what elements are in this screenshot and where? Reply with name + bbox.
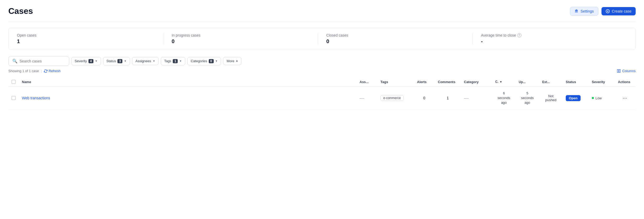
th-created[interactable]: C. ▼ [492, 77, 516, 87]
in-progress-label: In progress cases [172, 33, 309, 37]
assignees-filter[interactable]: Assignees ▼ [132, 57, 159, 65]
stats-card: Open cases 1 In progress cases 0 Closed … [8, 28, 636, 50]
showing-count: Showing 1 of 1 case [8, 69, 39, 73]
severity-label: Severity [75, 59, 87, 63]
in-progress-stat: In progress cases 0 [163, 33, 318, 44]
th-category: Category [461, 77, 492, 87]
table-header: Name Ass... Tags Alerts Comments Categor… [8, 77, 636, 87]
row-comments-cell: 1 [435, 87, 461, 110]
row-status-badge: Open [566, 95, 581, 101]
th-status: Status [563, 77, 589, 87]
severity-filter[interactable]: Severity 4 ▼ [71, 57, 101, 65]
search-icon: 🔍 [12, 59, 17, 64]
row-category-cell: — [461, 87, 492, 110]
severity-dot-icon [592, 97, 594, 99]
plus-circle-icon [606, 9, 610, 13]
toolbar-row: Showing 1 of 1 case | Refresh Columns [8, 69, 636, 73]
row-tag-badge[interactable]: e-commerce [380, 95, 404, 101]
svg-rect-6 [617, 70, 618, 72]
categories-badge: 0 [209, 59, 214, 63]
search-box[interactable]: 🔍 [8, 56, 69, 66]
row-category-value: — [464, 95, 469, 101]
tags-chevron-icon: ▼ [179, 60, 182, 62]
in-progress-value: 0 [172, 38, 309, 44]
categories-chevron-icon: ▼ [215, 60, 218, 62]
avg-time-label: Average time to close [481, 33, 516, 37]
row-comments-value: 1 [447, 96, 449, 100]
tags-filter[interactable]: Tags 1 ▼ [161, 57, 185, 65]
row-created-cell: 6secondsago [492, 87, 516, 110]
svg-rect-7 [619, 70, 620, 72]
row-checkbox-cell [8, 87, 19, 110]
th-updated: Up... [516, 77, 539, 87]
open-cases-value: 1 [17, 38, 155, 44]
open-cases-label: Open cases [17, 33, 155, 37]
categories-label: Categories [191, 59, 207, 63]
refresh-button[interactable]: Refresh [44, 69, 61, 73]
create-case-label: Create case [612, 9, 631, 13]
refresh-icon [44, 69, 47, 73]
case-name-link[interactable]: Web transactions [22, 96, 50, 100]
assignees-chevron-icon: ▼ [153, 60, 155, 62]
avg-time-label-row: Average time to close ? [481, 33, 619, 37]
row-external-value: Notpushed [542, 94, 559, 102]
search-input[interactable] [20, 59, 65, 63]
create-case-button[interactable]: Create case [601, 7, 636, 15]
more-label: More [226, 59, 234, 63]
row-updated-cell: 5secondsago [516, 87, 539, 110]
refresh-label: Refresh [49, 69, 61, 73]
closed-label: Closed cases [326, 33, 464, 37]
sort-created-icon: ▼ [499, 80, 502, 83]
row-tags-cell: e-commerce [377, 87, 414, 110]
row-checkbox[interactable] [11, 96, 16, 100]
cases-table: Name Ass... Tags Alerts Comments Categor… [8, 77, 636, 110]
row-assignees-cell: — [356, 87, 377, 110]
th-tags: Tags [377, 77, 414, 87]
severity-badge: 4 [88, 59, 93, 63]
status-chevron-icon: ▼ [124, 60, 127, 62]
settings-label: Settings [581, 9, 594, 13]
more-filter-button[interactable]: More + [223, 57, 241, 65]
columns-button[interactable]: Columns [617, 69, 636, 73]
row-actions-cell: ⋯ [615, 87, 636, 110]
open-cases-stat: Open cases 1 [17, 33, 163, 44]
page-title: Cases [8, 6, 33, 16]
status-badge: 3 [117, 59, 122, 63]
avg-time-value: - [481, 38, 619, 44]
status-filter[interactable]: Status 3 ▼ [103, 57, 130, 65]
tags-label: Tags [164, 59, 171, 63]
row-severity-value: Low [592, 96, 612, 100]
settings-icon [574, 9, 579, 13]
row-updated-value: 5secondsago [519, 91, 536, 105]
settings-button[interactable]: Settings [570, 7, 598, 16]
th-actions: Actions [615, 77, 636, 87]
row-external-cell: Notpushed [539, 87, 563, 110]
th-external: Ext... [539, 77, 563, 87]
info-icon: ? [517, 33, 521, 37]
row-alerts-cell: 0 [414, 87, 435, 110]
plus-icon: + [236, 59, 238, 63]
th-assignees: Ass... [356, 77, 377, 87]
columns-icon [617, 69, 621, 73]
page-header: Cases Settings Create case [8, 6, 636, 21]
row-severity-cell: Low [589, 87, 615, 110]
header-actions: Settings Create case [570, 7, 636, 16]
th-severity: Severity [589, 77, 615, 87]
select-all-checkbox[interactable] [11, 80, 16, 84]
closed-cases-stat: Closed cases 0 [318, 33, 473, 44]
row-actions-menu-icon[interactable]: ⋯ [623, 95, 628, 101]
row-name-cell: Web transactions [19, 87, 356, 110]
filter-bar: 🔍 Severity 4 ▼ Status 3 ▼ Assignees ▼ Ta… [8, 56, 636, 66]
th-alerts: Alerts [414, 77, 435, 87]
avg-time-stat: Average time to close ? - [473, 33, 627, 44]
categories-filter[interactable]: Categories 0 ▼ [187, 57, 221, 65]
row-alerts-value: 0 [423, 96, 425, 100]
table-body: Web transactions — e-commerce 0 1 — [8, 87, 636, 110]
status-label: Status [106, 59, 116, 63]
tags-badge: 1 [173, 59, 178, 63]
severity-chevron-icon: ▼ [95, 60, 98, 62]
separator: | [41, 69, 42, 73]
columns-label: Columns [622, 69, 636, 73]
row-status-cell: Open [563, 87, 589, 110]
th-checkbox [8, 77, 19, 87]
